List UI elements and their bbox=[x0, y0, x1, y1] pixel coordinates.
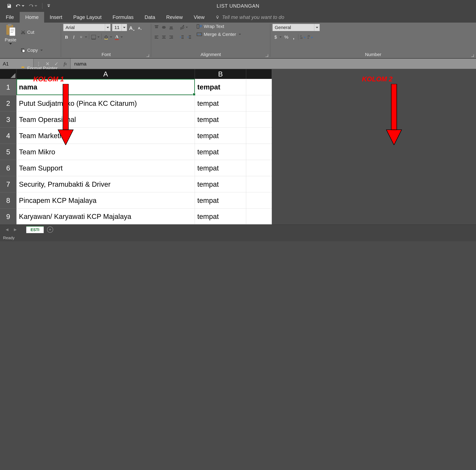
align-right-button[interactable] bbox=[168, 34, 174, 41]
select-all-button[interactable] bbox=[0, 69, 17, 79]
cell[interactable]: Pincapem KCP Majalaya bbox=[17, 192, 195, 208]
cell[interactable]: Karyawan/ Karyawati KCP Majalaya bbox=[17, 208, 195, 225]
tab-insert[interactable]: Insert bbox=[44, 12, 68, 23]
increase-indent-button[interactable] bbox=[186, 34, 192, 41]
cell[interactable] bbox=[246, 192, 272, 208]
merge-center-button[interactable]: Merge & Center bbox=[197, 32, 241, 37]
row-header[interactable]: 4 bbox=[0, 127, 17, 144]
cell[interactable] bbox=[246, 111, 272, 127]
row-header[interactable]: 9 bbox=[0, 208, 17, 225]
undo-dropdown-icon[interactable] bbox=[22, 5, 24, 7]
align-top-button[interactable] bbox=[153, 24, 160, 31]
tell-me[interactable]: Tell me what you want to do bbox=[210, 12, 290, 23]
alignment-dialog-launcher[interactable] bbox=[265, 54, 268, 57]
italic-button[interactable]: I bbox=[70, 34, 77, 41]
cell[interactable]: tempat bbox=[195, 176, 246, 192]
tab-formulas[interactable]: Formulas bbox=[107, 12, 139, 23]
sheet-nav-next[interactable]: ► bbox=[12, 226, 19, 233]
cell[interactable] bbox=[246, 208, 272, 225]
font-size-combo[interactable]: 11 bbox=[112, 24, 127, 31]
cell[interactable]: Team Mikro bbox=[17, 144, 195, 160]
align-center-button[interactable] bbox=[161, 34, 167, 41]
decrease-decimal-button[interactable]: .00.0 bbox=[307, 34, 313, 41]
formula-input[interactable]: nama bbox=[70, 59, 476, 69]
row-header[interactable]: 5 bbox=[0, 144, 17, 160]
cell[interactable]: tempat bbox=[195, 95, 246, 111]
tab-file[interactable]: File bbox=[0, 12, 20, 23]
chevron-down-icon[interactable] bbox=[185, 24, 188, 31]
cell[interactable]: nama bbox=[17, 79, 195, 95]
wrap-text-button[interactable]: Wrap Text bbox=[197, 24, 241, 29]
cut-button[interactable]: Cut bbox=[21, 24, 57, 40]
chevron-down-icon[interactable] bbox=[314, 24, 320, 31]
chevron-down-icon[interactable] bbox=[97, 34, 100, 41]
cell[interactable]: Team Operasional bbox=[17, 111, 195, 127]
font-color-button[interactable]: A bbox=[114, 34, 123, 41]
tab-view[interactable]: View bbox=[188, 12, 210, 23]
redo-dropdown-icon[interactable] bbox=[34, 5, 37, 7]
tab-home[interactable]: Home bbox=[20, 12, 44, 23]
new-sheet-button[interactable]: + bbox=[47, 227, 53, 233]
copy-button[interactable]: Copy bbox=[21, 42, 57, 58]
customize-qat-button[interactable] bbox=[47, 4, 50, 8]
comma-style-button[interactable]: , bbox=[290, 34, 297, 41]
chevron-down-icon[interactable] bbox=[121, 24, 127, 31]
cell[interactable]: Security, Pramubakti & Driver bbox=[17, 176, 195, 192]
bold-button[interactable]: B bbox=[63, 34, 70, 41]
sheet-nav-prev[interactable]: ◄ bbox=[4, 226, 10, 233]
row-header[interactable]: 7 bbox=[0, 176, 17, 192]
row-header[interactable]: 3 bbox=[0, 111, 17, 127]
insert-function-button[interactable]: fx bbox=[61, 60, 69, 68]
font-dialog-launcher[interactable] bbox=[146, 54, 149, 57]
cell[interactable]: tempat bbox=[195, 79, 246, 95]
align-middle-button[interactable] bbox=[161, 24, 167, 31]
increase-decimal-button[interactable]: .0.00 bbox=[300, 34, 306, 41]
chevron-down-icon[interactable] bbox=[279, 34, 282, 41]
underline-button[interactable]: U bbox=[78, 34, 88, 41]
cell[interactable]: Team Support bbox=[17, 160, 195, 176]
paste-button[interactable]: Paste bbox=[2, 24, 19, 76]
cell[interactable] bbox=[246, 95, 272, 111]
cell[interactable] bbox=[246, 79, 272, 95]
sheet-tab-active[interactable]: ESTI bbox=[26, 226, 44, 233]
cell[interactable] bbox=[246, 127, 272, 144]
number-format-combo[interactable]: General bbox=[272, 24, 320, 31]
tab-data[interactable]: Data bbox=[139, 12, 161, 23]
save-button[interactable] bbox=[6, 3, 12, 9]
cell[interactable]: Putut Sudjatmoko (Pinca KC Citarum) bbox=[17, 95, 195, 111]
chevron-down-icon[interactable] bbox=[105, 24, 110, 31]
accounting-format-button[interactable]: $ bbox=[272, 34, 282, 41]
orientation-button[interactable]: ab bbox=[179, 24, 192, 31]
undo-button[interactable] bbox=[16, 4, 24, 8]
chevron-down-icon[interactable] bbox=[120, 34, 123, 41]
column-header-a[interactable]: A bbox=[17, 69, 195, 79]
row-header[interactable]: 8 bbox=[0, 192, 17, 208]
borders-button[interactable] bbox=[90, 34, 100, 41]
number-dialog-launcher[interactable] bbox=[471, 54, 474, 57]
chevron-down-icon[interactable] bbox=[109, 34, 113, 41]
row-header[interactable]: 6 bbox=[0, 160, 17, 176]
fill-color-button[interactable] bbox=[103, 34, 113, 41]
paste-dropdown-icon[interactable] bbox=[9, 43, 12, 45]
cell[interactable] bbox=[246, 160, 272, 176]
column-header-b[interactable]: B bbox=[195, 69, 246, 79]
chevron-down-icon[interactable] bbox=[84, 34, 88, 41]
decrease-indent-button[interactable] bbox=[179, 34, 185, 41]
column-header-c[interactable] bbox=[246, 69, 272, 79]
cell[interactable]: tempat bbox=[195, 111, 246, 127]
cell[interactable]: Team Marketing bbox=[17, 127, 195, 144]
grow-font-button[interactable]: A▲ bbox=[129, 24, 135, 31]
tab-page-layout[interactable]: Page Layout bbox=[68, 12, 107, 23]
font-name-combo[interactable]: Arial bbox=[63, 24, 111, 31]
redo-button[interactable] bbox=[28, 4, 37, 8]
cell[interactable] bbox=[246, 176, 272, 192]
cell[interactable] bbox=[246, 144, 272, 160]
cell[interactable]: tempat bbox=[195, 192, 246, 208]
row-header[interactable]: 2 bbox=[0, 95, 17, 111]
row-header[interactable]: 1 bbox=[0, 79, 17, 95]
cell[interactable]: tempat bbox=[195, 127, 246, 144]
tab-review[interactable]: Review bbox=[161, 12, 188, 23]
copy-dropdown-icon[interactable] bbox=[40, 50, 43, 51]
percent-button[interactable]: % bbox=[283, 34, 289, 41]
align-left-button[interactable] bbox=[153, 34, 160, 41]
